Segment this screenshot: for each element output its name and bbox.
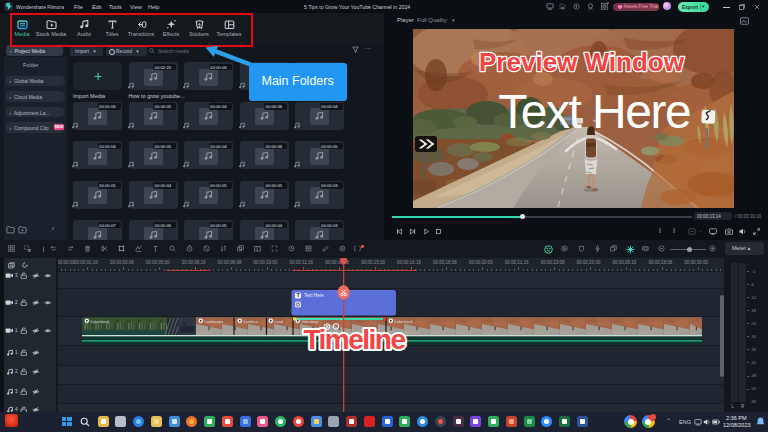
svg-text:Text Here: Text Here	[304, 293, 324, 298]
svg-text:Landsca: Landsca	[244, 320, 259, 324]
svg-text:Timeline: Timeline	[303, 324, 405, 354]
svg-text:Lakeisland: Lakeisland	[91, 320, 109, 324]
svg-text:Land: Land	[275, 320, 283, 324]
svg-text:Text Here: Text Here	[498, 85, 690, 138]
svg-text:Preview Window: Preview Window	[479, 47, 685, 77]
svg-text:T: T	[297, 292, 300, 298]
svg-text:Landscape: Landscape	[205, 320, 224, 324]
